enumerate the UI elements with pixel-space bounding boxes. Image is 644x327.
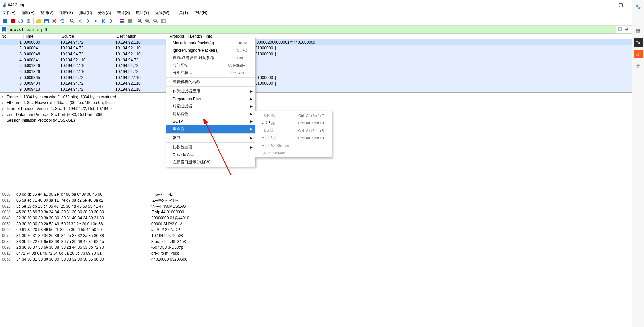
context-menu-item[interactable]: 追踪流▶ [166, 125, 255, 133]
detail-line[interactable]: User Datagram Protocol, Src Port: 5083, … [7, 112, 103, 117]
context-menu-item[interactable]: 在新窗口显示分组(W) [166, 158, 255, 166]
context-menu-item[interactable]: 设置/取消设置 时间参考Ctrl+T [166, 54, 255, 62]
menu-telephony[interactable]: 电话(Y) [135, 9, 150, 16]
hex-line[interactable]: 00902d 36 30 37 33 66 38 38 33 2d 44 35 … [2, 245, 642, 251]
packet-row[interactable]: ┌1 0.00000010.194.94.7210.194.92.110SIP1… [0, 39, 644, 45]
column-time[interactable]: Time [24, 34, 60, 39]
context-menu-item[interactable]: Ignore/Unignore Packet(s)Ctrl+D [166, 46, 255, 54]
svg-rect-10 [120, 19, 124, 20]
column-source[interactable]: Source [60, 34, 115, 39]
display-filter-input[interactable] [7, 26, 616, 33]
clear-filter-button[interactable] [617, 27, 623, 32]
detail-line[interactable]: Ethernet II, Src: HuaweiTe_96:ba:0f (00:… [7, 100, 112, 105]
find-packet-button[interactable] [69, 17, 76, 25]
resize-columns-button[interactable] [160, 17, 167, 25]
packet-row[interactable]: │3 0.00004810.194.94.7210.194.92.110 :44… [0, 51, 644, 57]
hex-line[interactable]: 0000d0 0d cb 36 e4 a1 00 2e c7 96 ba 0f … [2, 192, 642, 198]
context-menu-item[interactable]: 对话过滤器▶ [166, 102, 255, 110]
context-menu-item[interactable]: Decode As… [166, 151, 255, 158]
menu-capture[interactable]: 捕获(C) [78, 9, 94, 16]
menu-statistics[interactable]: 统计(S) [116, 9, 131, 16]
packet-row[interactable]: 6 0.00182610.194.92.11010.194.94.72 [0, 69, 644, 75]
menu-analyze[interactable]: 分析(A) [97, 9, 112, 16]
context-menu-item[interactable]: 分组注释…Ctrl+Alt+C [166, 69, 255, 77]
detail-line[interactable]: Session Initiation Protocol (MESSAGE) [7, 118, 75, 123]
submenu-item[interactable]: UDP 流Ctrl+Alt+Shift+U [255, 119, 332, 127]
zoom-reset-button[interactable] [152, 17, 159, 25]
menu-file[interactable]: 文件(F) [1, 9, 17, 16]
start-capture-button[interactable] [1, 17, 9, 25]
context-menu-item[interactable]: Mark/Unmark Packet(s)Ctrl+M [166, 39, 255, 46]
packet-row[interactable]: 5 0.00134610.194.92.11010.194.94.72 [0, 63, 644, 69]
capture-options-button[interactable] [25, 17, 32, 25]
apply-filter-button[interactable] [624, 27, 630, 32]
hex-line[interactable]: 004032 30 30 30 30 30 30 30 30 31 40 34 … [2, 216, 642, 222]
colorize-button[interactable] [126, 17, 133, 25]
context-menu-item[interactable]: 作为过滤器应用▶ [166, 87, 255, 95]
zoom-out-button[interactable] [144, 17, 151, 25]
hex-line[interactable]: 00b034 34 30 31 30 30 30 30 30 33 32 30 … [2, 257, 642, 263]
packet-row[interactable]: 8 0.00940410.194.94.7210.194.92.110 :440… [0, 81, 644, 86]
sidebar-ea-button[interactable]: Ea [634, 38, 643, 47]
hex-line[interactable]: 003045 20 73 69 70 3a 34 34 30 31 30 30 … [2, 210, 642, 216]
sidebar-grid-icon[interactable]: ▦ [634, 26, 642, 35]
detail-line[interactable]: Internet Protocol Version 4, Src: 10.194… [7, 106, 112, 111]
close-file-button[interactable] [51, 17, 58, 25]
expand-icon[interactable]: › [2, 95, 7, 99]
hex-line[interactable]: 001005 5a ec 81 40 00 3a 11 7e d7 0a c2 … [2, 198, 642, 204]
packet-row[interactable]: 9 0.00941310.194.94.7210.194.92.110 [0, 86, 644, 92]
context-menu-item[interactable]: 编辑解析的名称 [166, 78, 255, 86]
expand-icon[interactable]: › [2, 106, 7, 111]
zoom-in-button[interactable] [136, 17, 143, 25]
bookmark-icon[interactable] [1, 27, 7, 32]
packet-bytes-pane[interactable]: 0000d0 0d cb 36 e4 a1 00 2e c7 96 ba 0f … [0, 191, 644, 266]
hex-line[interactable]: 005030 30 30 30 30 20 53 49 50 2f 32 2e … [2, 222, 642, 227]
minimize-button[interactable]: — [605, 2, 610, 7]
menu-edit[interactable]: 编辑(E) [20, 9, 36, 16]
menu-go[interactable]: 跳转(G) [58, 9, 74, 16]
menu-tools[interactable]: 工具(T) [174, 9, 189, 16]
save-file-button[interactable] [43, 17, 50, 25]
go-prev-button[interactable] [77, 17, 84, 25]
hex-line[interactable]: 008033 3b 62 72 61 6e 63 68 3d 7a 39 68 … [2, 239, 642, 245]
maximize-button[interactable]: ▢ [619, 2, 623, 7]
menu-help[interactable]: 帮助(H) [193, 9, 209, 16]
expand-icon[interactable]: › [2, 112, 7, 117]
sidebar-paw-icon[interactable]: 🐾 [634, 3, 642, 11]
column-no[interactable]: No. [0, 34, 24, 39]
column-info[interactable]: Info [204, 34, 644, 39]
sidebar-settings-button[interactable]: 设 [634, 50, 643, 58]
expand-icon[interactable]: › [2, 118, 7, 123]
hex-line[interactable]: 00a06f 72 74 0d 0a 46 72 6f 6d 3a 20 3c … [2, 251, 642, 257]
go-last-button[interactable] [108, 17, 115, 25]
auto-scroll-button[interactable] [118, 17, 125, 25]
context-menu-item[interactable]: 复制▶ [166, 134, 255, 142]
context-menu-item[interactable]: 对话着色▶ [166, 110, 255, 118]
context-menu-item[interactable]: Prepare as Filter▶ [166, 95, 255, 102]
menu-view[interactable]: 视图(V) [39, 9, 55, 16]
detail-line[interactable]: Frame 1: 1384 bytes on wire (11072 bits)… [7, 95, 116, 99]
sidebar-back-icon[interactable]: ← [634, 14, 642, 23]
packet-row[interactable]: 7 0.00936510.194.94.7210.194.92.110 :440… [0, 75, 644, 81]
expand-icon[interactable]: › [2, 100, 7, 105]
reload-button[interactable] [59, 17, 66, 25]
sidebar-split-button[interactable]: 分 [634, 62, 642, 70]
packet-row[interactable]: 4 0.00084110.194.92.11010.194.94.72 [0, 57, 644, 63]
go-next-button[interactable] [85, 17, 92, 25]
packet-list-header: No. Time Source Destination Protocol Len… [0, 33, 644, 39]
stop-capture-button[interactable] [9, 17, 16, 25]
hex-line[interactable]: 007031 30 2e 31 39 34 2e 39 34 2e 37 32 … [2, 233, 642, 239]
context-menu-item[interactable]: 协议首选项▶ [166, 143, 255, 151]
go-to-packet-button[interactable] [92, 17, 100, 25]
context-menu-item[interactable]: SCTP▶ [166, 118, 255, 125]
go-first-button[interactable] [100, 17, 107, 25]
context-menu-item[interactable]: 时间平移…Ctrl+Shift+T [166, 62, 255, 69]
column-destination[interactable]: Destination [115, 34, 168, 39]
hex-line[interactable]: 00205c 6e 13 db 13 c4 05 46 25 30 4d 45 … [2, 204, 642, 210]
packet-row[interactable]: │2 0.00004110.194.94.7210.194.92.110 :44… [0, 45, 644, 51]
hex-line[interactable]: 006069 61 3a 20 53 49 50 2f 32 2e 30 2f … [2, 227, 642, 233]
menu-wireless[interactable]: 无线(W) [154, 9, 170, 16]
open-file-button[interactable] [35, 17, 42, 25]
browser-sidebar: 🐾 ← ▦ Ea 设 分 [632, 0, 644, 327]
restart-capture-button[interactable] [17, 17, 24, 25]
